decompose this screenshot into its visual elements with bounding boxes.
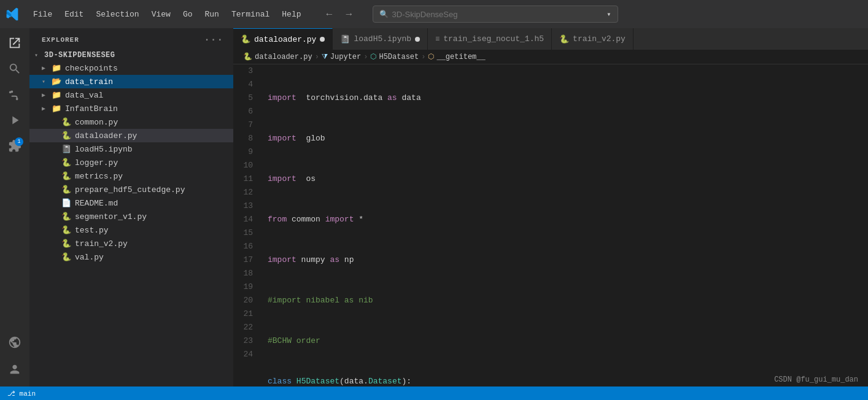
back-button[interactable]: ← <box>321 7 338 21</box>
terminal-menu[interactable]: Terminal <box>227 7 274 21</box>
breadcrumb-sep-1: › <box>315 53 319 61</box>
prepare-hdf5-py-label: prepare_hdf5_cutedge.py <box>75 185 185 194</box>
breadcrumb-method-icon: ⬡ <box>428 52 434 61</box>
test-py-icon: 🐍 <box>61 225 72 235</box>
dataloader-py-label: dataloader.py <box>75 131 137 140</box>
main-layout: 1 EXPLORER ··· ▾ 3D-SKIPDENSESEG ▶ 📁 <box>0 28 868 387</box>
sidebar-item-infantbrain[interactable]: ▶ 📁 InfantBrain <box>29 102 233 115</box>
breadcrumb-jupyter[interactable]: ⧩ <box>322 53 328 61</box>
search-input[interactable] <box>392 10 607 19</box>
train-v2-tab-icon: 🐍 <box>559 34 569 44</box>
val-py-icon: 🐍 <box>61 252 72 262</box>
test-py-label: test.py <box>75 226 109 235</box>
readme-md-label: README.md <box>75 199 118 208</box>
common-py-label: common.py <box>75 118 118 127</box>
segmentor-py-icon: 🐍 <box>61 212 72 221</box>
tab-train-v2-py[interactable]: 🐍 train_v2.py <box>552 28 634 50</box>
sidebar-item-metrics-py[interactable]: 🐍 metrics.py <box>29 169 233 183</box>
train-v2-py-label: train_v2.py <box>75 239 128 248</box>
run-menu[interactable]: Run <box>200 7 223 21</box>
loadh5-tab-label: loadH5.ipynb <box>354 34 411 44</box>
nav-buttons: ← → <box>321 7 358 21</box>
breadcrumb-sep-2: › <box>363 53 368 61</box>
loadh5-tab-icon: 📓 <box>340 34 350 44</box>
checkpoints-chevron-icon: ▶ <box>42 64 52 72</box>
extensions-badge: 1 <box>15 137 23 146</box>
file-menu[interactable]: File <box>28 7 57 21</box>
segmentor-py-label: segmentor_v1.py <box>75 212 147 221</box>
menu-bar: File Edit Selection View Go Run Terminal… <box>28 7 306 21</box>
sidebar-item-data-train[interactable]: ▾ 📂 data_train <box>29 75 233 88</box>
breadcrumb: 🐍 dataloader.py › ⧩ Jupyter › ⬡ H5Datase… <box>233 50 868 64</box>
sidebar-item-dataloader-py[interactable]: 🐍 dataloader.py <box>29 129 233 142</box>
line-numbers: 3 4 5 6 7 8 9 10 11 12 13 14 15 16 17 18… <box>233 64 260 387</box>
sidebar-item-train-v2-py[interactable]: 🐍 train_v2.py <box>29 237 233 250</box>
prepare-hdf5-py-icon: 🐍 <box>61 185 72 194</box>
sidebar-item-loadh5-ipynb[interactable]: 📓 loadH5.ipynb <box>29 142 233 156</box>
vscode-logo-icon <box>6 7 20 21</box>
tab-dataloader-py[interactable]: 🐍 dataloader.py <box>233 28 333 50</box>
train-v2-py-icon: 🐍 <box>61 239 72 248</box>
search-activity-icon[interactable] <box>2 56 27 81</box>
dataloader-py-icon: 🐍 <box>61 131 72 140</box>
logger-py-icon: 🐍 <box>61 158 72 167</box>
val-py-label: val.py <box>75 253 104 262</box>
dropdown-arrow-icon[interactable]: ▾ <box>606 10 611 19</box>
code-line-8: #import nibabel as nib <box>263 294 868 307</box>
sidebar: EXPLORER ··· ▾ 3D-SKIPDENSESEG ▶ 📁 check… <box>29 28 233 387</box>
tab-train-iseg[interactable]: ≡ train_iseg_nocut_1.h5 <box>428 28 552 50</box>
explorer-activity-icon[interactable] <box>2 31 27 55</box>
selection-menu[interactable]: Selection <box>91 7 144 21</box>
code-line-5: import os <box>263 172 868 186</box>
data-val-chevron-icon: ▶ <box>42 91 52 99</box>
source-control-activity-icon[interactable] <box>2 82 27 107</box>
sidebar-item-checkpoints[interactable]: ▶ 📁 checkpoints <box>29 61 233 75</box>
root-chevron-icon: ▾ <box>34 52 44 59</box>
infantbrain-label: InfantBrain <box>65 104 118 113</box>
sidebar-item-segmentor-py[interactable]: 🐍 segmentor_v1.py <box>29 210 233 223</box>
sidebar-item-test-py[interactable]: 🐍 test.py <box>29 223 233 237</box>
view-menu[interactable]: View <box>147 7 176 21</box>
root-folder-item[interactable]: ▾ 3D-SKIPDENSESEG <box>29 49 233 61</box>
help-menu[interactable]: Help <box>277 7 306 21</box>
infantbrain-folder-icon: 📁 <box>52 104 63 113</box>
search-icon: 🔍 <box>379 10 389 19</box>
sidebar-item-prepare-hdf5-py[interactable]: 🐍 prepare_hdf5_cutedge.py <box>29 183 233 196</box>
go-menu[interactable]: Go <box>178 7 198 21</box>
sidebar-more-button[interactable]: ··· <box>204 34 223 45</box>
sidebar-item-val-py[interactable]: 🐍 val.py <box>29 250 233 264</box>
code-line-9: #BCHW order <box>263 334 868 348</box>
metrics-py-label: metrics.py <box>75 172 123 181</box>
breadcrumb-method[interactable]: __getitem__ <box>436 53 485 61</box>
forward-button[interactable]: → <box>341 7 358 21</box>
breadcrumb-file[interactable]: dataloader.py <box>255 53 312 61</box>
readme-md-icon: 📄 <box>61 198 72 208</box>
breadcrumb-jupyter-label: Jupyter <box>330 53 361 61</box>
tab-bar: 🐍 dataloader.py 📓 loadH5.ipynb ≡ train_i… <box>233 28 868 50</box>
remote-icon[interactable] <box>2 330 27 355</box>
sidebar-item-readme-md[interactable]: 📄 README.md <box>29 196 233 210</box>
data-val-label: data_val <box>65 91 103 100</box>
run-debug-activity-icon[interactable] <box>2 108 27 133</box>
train-iseg-tab-icon: ≡ <box>435 35 440 44</box>
code-editor[interactable]: 3 4 5 6 7 8 9 10 11 12 13 14 15 16 17 18… <box>233 64 868 387</box>
edit-menu[interactable]: Edit <box>60 7 88 21</box>
tab-loadh5-ipynb[interactable]: 📓 loadH5.ipynb <box>333 28 428 50</box>
common-py-icon: 🐍 <box>61 117 72 127</box>
explorer-title: EXPLORER <box>42 36 79 44</box>
account-icon[interactable] <box>2 357 27 382</box>
loadh5-unsaved-dot <box>415 37 420 42</box>
train-v2-tab-label: train_v2.py <box>573 34 626 44</box>
global-search-bar[interactable]: 🔍 ▾ <box>373 6 618 23</box>
sidebar-item-data-val[interactable]: ▶ 📁 data_val <box>29 88 233 102</box>
code-content[interactable]: import torchvision.data as data import g… <box>260 64 868 387</box>
sidebar-item-common-py[interactable]: 🐍 common.py <box>29 115 233 129</box>
status-bar: ⎇ main <box>0 387 868 400</box>
sidebar-item-logger-py[interactable]: 🐍 logger.py <box>29 156 233 169</box>
breadcrumb-file-icon: 🐍 <box>243 52 252 61</box>
extensions-activity-icon[interactable]: 1 <box>2 134 27 158</box>
breadcrumb-class[interactable]: H5Dataset <box>379 53 419 61</box>
dataloader-tab-icon: 🐍 <box>241 34 250 44</box>
breadcrumb-class-icon: ⬡ <box>370 52 376 61</box>
breadcrumb-sep-3: › <box>421 53 425 61</box>
